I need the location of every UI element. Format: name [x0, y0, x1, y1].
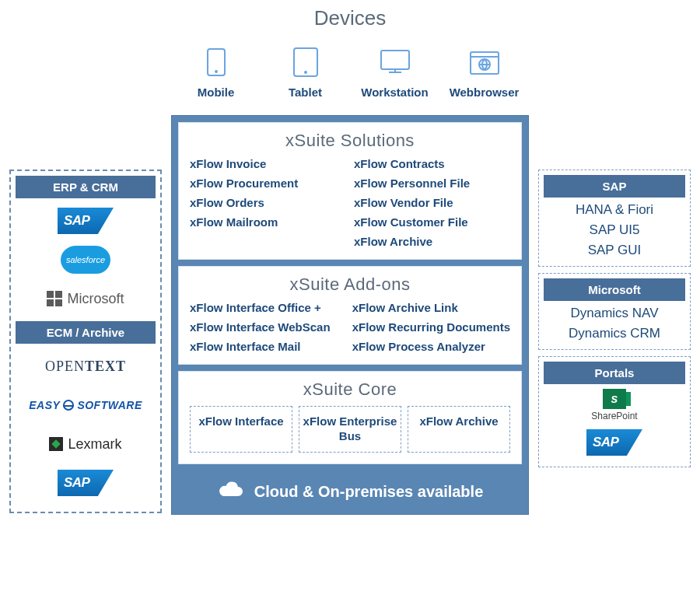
svg-point-3	[304, 71, 307, 74]
easy-circle-icon	[63, 400, 74, 411]
tablet-icon	[290, 47, 321, 78]
right-column: SAP HANA & Fiori SAP UI5 SAP GUI Microso…	[538, 170, 691, 467]
solution-item: xFlow Archive	[354, 235, 510, 248]
logo-easy-software: EASY SOFTWARE	[16, 389, 156, 421]
solution-item: xFlow Invoice	[190, 157, 346, 170]
addon-item: xFlow Recurring Documents	[352, 320, 510, 334]
panel-addons: xSuite Add-ons xFlow Interface Office + …	[178, 266, 522, 365]
sap-line: SAP UI5	[544, 222, 685, 238]
lexmark-square-icon	[49, 437, 63, 451]
device-label: Workstation	[361, 86, 428, 99]
core-box-interface: xFlow Interface	[190, 406, 292, 453]
cloud-icon	[217, 481, 243, 503]
solution-item: xFlow Contracts	[354, 157, 510, 170]
device-workstation: Workstation	[352, 47, 438, 99]
logo-sap-3: SAP	[544, 426, 685, 459]
addon-item: xFlow Archive Link	[352, 301, 510, 314]
devices-row: Mobile Tablet Workstation Webbrowser	[171, 47, 529, 99]
diagram-stage: Devices Mobile Tablet Workstation Webbro…	[0, 0, 700, 591]
logo-opentext: OPENTEXT	[16, 350, 156, 383]
erp-crm-header: ERP & CRM	[16, 176, 156, 198]
logo-sharepoint: s SharePoint	[544, 389, 685, 421]
core-box-archive: xFlow Archive	[408, 406, 510, 453]
device-tablet: Tablet	[263, 47, 348, 99]
addon-item: xFlow Process Analyzer	[352, 340, 510, 353]
logo-sap-2: SAP	[16, 467, 156, 499]
panel-title: xSuite Core	[190, 379, 510, 400]
addon-item: xFlow Interface WebScan	[190, 320, 345, 334]
panel-core: xSuite Core xFlow Interface xFlow Enterp…	[178, 371, 522, 464]
sap-line: SAP GUI	[544, 243, 685, 258]
left-column: ERP & CRM SAP salesforce Microsoft ECM /…	[9, 170, 162, 513]
microsoft-header: Microsoft	[544, 278, 685, 301]
microsoft-grid-icon	[47, 291, 62, 306]
logo-microsoft: Microsoft	[16, 282, 156, 315]
ms-line: Dynamics CRM	[544, 326, 685, 341]
mobile-icon	[201, 47, 232, 78]
block-sap: SAP HANA & Fiori SAP UI5 SAP GUI	[538, 170, 691, 267]
solution-item: xFlow Vendor File	[354, 196, 510, 209]
device-webbrowser: Webbrowser	[442, 47, 527, 99]
solution-item: xFlow Personnel File	[354, 177, 510, 190]
panel-title: xSuite Solutions	[190, 131, 510, 151]
panel-title: xSuite Add-ons	[190, 275, 510, 295]
device-label: Webbrowser	[450, 86, 520, 99]
core-box-bus: xFlow Enterprise Bus	[299, 406, 401, 453]
sharepoint-tile-icon: s	[603, 389, 626, 409]
solution-item: xFlow Mailroom	[190, 215, 346, 229]
block-portals: Portals s SharePoint SAP	[538, 356, 691, 467]
device-label: Tablet	[289, 86, 322, 99]
logo-sap: SAP	[16, 205, 156, 237]
center-stack: xSuite Solutions xFlow Invoice xFlow Pro…	[171, 115, 529, 515]
solution-item: xFlow Procurement	[190, 177, 346, 190]
webbrowser-icon	[469, 47, 500, 78]
cloud-bar-text: Cloud & On-premises available	[254, 483, 484, 501]
svg-point-1	[215, 70, 218, 73]
block-microsoft: Microsoft Dynamics NAV Dynamics CRM	[538, 273, 691, 350]
panel-solutions: xSuite Solutions xFlow Invoice xFlow Pro…	[178, 122, 522, 260]
sap-header: SAP	[544, 175, 685, 198]
addon-item: xFlow Interface Office +	[190, 301, 345, 314]
logo-lexmark: Lexmark	[16, 428, 156, 460]
ms-line: Dynamics NAV	[544, 306, 685, 321]
logo-salesforce: salesforce	[16, 243, 156, 276]
cloud-bar: Cloud & On-premises available	[178, 470, 522, 514]
sap-line: HANA & Fiori	[544, 202, 685, 218]
svg-rect-4	[381, 51, 409, 69]
ecm-archive-header: ECM / Archive	[16, 321, 156, 344]
devices-title: Devices	[171, 6, 529, 30]
solution-item: xFlow Customer File	[354, 215, 510, 229]
device-mobile: Mobile	[173, 47, 259, 99]
portals-header: Portals	[544, 362, 685, 384]
solution-item: xFlow Orders	[190, 196, 346, 209]
workstation-icon	[380, 47, 411, 78]
device-label: Mobile	[198, 86, 235, 99]
addon-item: xFlow Interface Mail	[190, 340, 345, 353]
